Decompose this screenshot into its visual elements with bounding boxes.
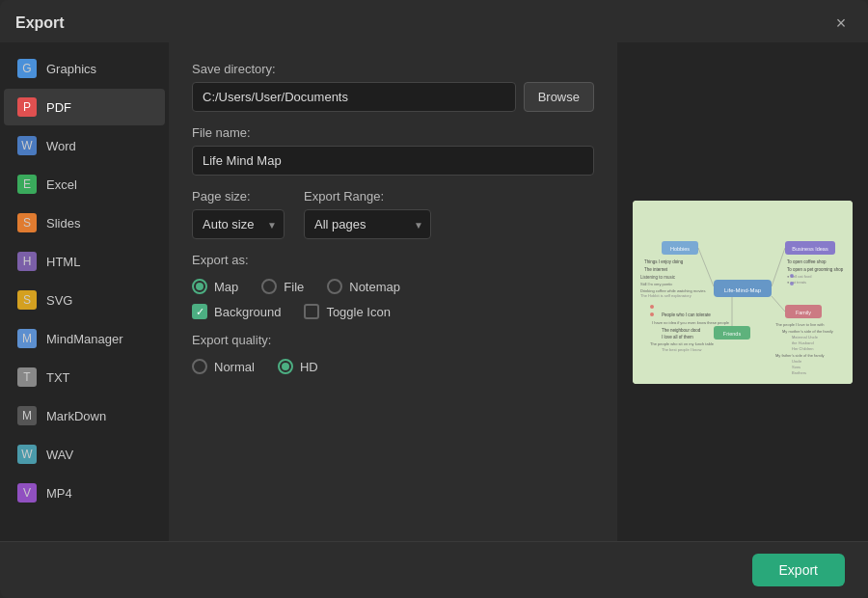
sidebar-item-markdown[interactable]: MMarkDown	[4, 397, 165, 434]
svg-text:Brothers: Brothers	[792, 370, 806, 375]
export-quality-group: Export quality: Normal HD	[192, 333, 594, 374]
excel-icon: E	[17, 175, 37, 194]
svg-text:The Hobbit is self explanatory: The Hobbit is self explanatory	[640, 293, 692, 298]
page-size-group: Page size: Auto size A4 A3 Letter ▼	[192, 189, 285, 239]
checkbox-group: ✓ Background Toggle Icon	[192, 304, 594, 319]
mp4-icon: V	[17, 483, 37, 503]
sidebar-item-excel[interactable]: EExcel	[4, 166, 165, 203]
svg-text:Life-Mind-Map: Life-Mind-Map	[724, 287, 762, 293]
svg-text:Sons: Sons	[792, 365, 800, 369]
dialog-body: GGraphicsPPDFWWordEExcelSSlidesHHTMLSSVG…	[0, 42, 868, 541]
radio-hd[interactable]: HD	[278, 359, 318, 374]
sidebar-item-mindmanager[interactable]: MMindManager	[4, 320, 165, 357]
export-button[interactable]: Export	[752, 554, 845, 586]
sidebar-item-svg[interactable]: SSVG	[4, 282, 165, 318]
dialog-title: Export	[15, 14, 65, 32]
svg-text:Uncle: Uncle	[792, 359, 802, 364]
sidebar-item-label-graphics: Graphics	[46, 62, 96, 76]
sidebar-item-label-markdown: MarkDown	[46, 409, 106, 423]
graphics-icon: G	[17, 59, 37, 78]
svg-icon: S	[17, 290, 37, 310]
word-icon: W	[17, 136, 37, 155]
sidebar-item-slides[interactable]: SSlides	[4, 204, 165, 241]
sidebar-item-label-excel: Excel	[46, 177, 77, 192]
radio-normal[interactable]: Normal	[192, 359, 255, 374]
svg-text:The people I love to live with: The people I love to live with	[775, 322, 824, 327]
markdown-icon: M	[17, 406, 37, 425]
html-icon: H	[17, 252, 37, 271]
quality-radio-group: Normal HD	[192, 359, 594, 374]
browse-button[interactable]: Browse	[524, 82, 594, 112]
svg-point-41	[650, 313, 654, 316]
txt-icon: T	[17, 367, 37, 387]
svg-text:My mother's side of the family: My mother's side of the family	[782, 329, 833, 334]
svg-point-42	[790, 274, 794, 278]
close-button[interactable]: ×	[829, 12, 853, 35]
sidebar-item-txt[interactable]: TTXT	[4, 359, 165, 395]
sidebar-item-graphics[interactable]: GGraphics	[4, 50, 165, 87]
radio-notemap[interactable]: Notemap	[327, 279, 400, 294]
sidebar-item-wav[interactable]: WWAV	[4, 436, 165, 473]
radio-notemap-circle	[327, 279, 342, 294]
svg-text:People who I can tolerate: People who I can tolerate	[662, 313, 711, 317]
sidebar-item-label-mindmanager: MindManager	[46, 332, 123, 346]
svg-text:Still I'm very poetic: Still I'm very poetic	[640, 282, 672, 286]
sidebar-item-label-html: HTML	[46, 255, 80, 269]
svg-text:The internet: The internet	[644, 267, 668, 272]
dialog-footer: Export	[0, 541, 868, 598]
svg-text:Listening to music: Listening to music	[640, 275, 676, 280]
radio-map[interactable]: Map	[192, 279, 238, 294]
preview-image: Life-Mind-Map Hobbies Things I enjoy doi…	[633, 201, 853, 384]
checkbox-toggle-icon[interactable]: Toggle Icon	[304, 304, 391, 319]
preview-panel: Life-Mind-Map Hobbies Things I enjoy doi…	[617, 42, 868, 541]
sidebar-item-label-txt: TXT	[46, 370, 70, 385]
sidebar-item-word[interactable]: WWord	[4, 127, 165, 164]
radio-file-circle	[261, 279, 277, 294]
file-name-group: File name:	[192, 125, 594, 176]
radio-hd-label: HD	[300, 360, 318, 374]
save-directory-input[interactable]	[192, 82, 516, 112]
radio-file[interactable]: File	[261, 279, 304, 294]
svg-text:The best people I know: The best people I know	[662, 347, 701, 352]
checkbox-background[interactable]: ✓ Background	[192, 304, 281, 319]
export-range-select[interactable]: All pages Current page Selected pages	[304, 209, 431, 239]
svg-text:Her Children: Her Children	[792, 346, 813, 351]
wav-icon: W	[17, 445, 37, 464]
radio-normal-label: Normal	[214, 360, 255, 374]
save-directory-row: Browse	[192, 82, 594, 112]
save-directory-group: Save directory: Browse	[192, 62, 594, 112]
svg-text:Friends: Friends	[723, 331, 742, 337]
page-size-export-range-row: Page size: Auto size A4 A3 Letter ▼ Expo…	[192, 189, 594, 239]
export-range-group: Export Range: All pages Current page Sel…	[304, 189, 431, 239]
sidebar-item-label-svg: SVG	[46, 293, 72, 308]
sidebar-item-mp4[interactable]: VMP4	[4, 475, 165, 511]
radio-notemap-label: Notemap	[349, 280, 400, 294]
export-as-label: Export as:	[192, 253, 594, 267]
mindmanager-icon: M	[17, 329, 37, 348]
svg-point-40	[650, 305, 654, 309]
svg-text:Maternal Uncle: Maternal Uncle	[792, 335, 819, 340]
svg-text:the Husband: the Husband	[792, 340, 814, 345]
svg-text:I have no idea if you even kno: I have no idea if you even know these pe…	[652, 320, 730, 325]
export-range-select-wrapper: All pages Current page Selected pages ▼	[304, 209, 431, 239]
file-name-input[interactable]	[192, 146, 594, 176]
page-size-label: Page size:	[192, 189, 285, 204]
radio-file-label: File	[284, 280, 304, 294]
checkbox-toggle-icon-label: Toggle Icon	[326, 305, 391, 319]
svg-text:Hobbies: Hobbies	[670, 246, 690, 252]
export-as-group: Export as: Map File Notemap	[192, 253, 594, 319]
sidebar-item-label-wav: WAV	[46, 448, 73, 462]
sidebar-item-html[interactable]: HHTML	[4, 243, 165, 280]
svg-text:Family: Family	[796, 310, 811, 315]
svg-text:The people who sit on my lunch: The people who sit on my lunch table	[650, 341, 715, 346]
radio-hd-circle	[278, 359, 293, 374]
checkbox-toggle-icon-box	[304, 304, 319, 319]
checkbox-background-label: Background	[214, 305, 281, 319]
sidebar-item-pdf[interactable]: PPDF	[4, 89, 165, 125]
svg-text:My father's side of the family: My father's side of the family	[775, 353, 825, 358]
export-range-label: Export Range:	[304, 189, 431, 204]
export-as-radio-group: Map File Notemap	[192, 279, 594, 294]
page-size-select[interactable]: Auto size A4 A3 Letter	[192, 209, 285, 239]
sidebar-item-label-word: Word	[46, 139, 76, 153]
svg-text:● cat treats: ● cat treats	[787, 280, 806, 285]
